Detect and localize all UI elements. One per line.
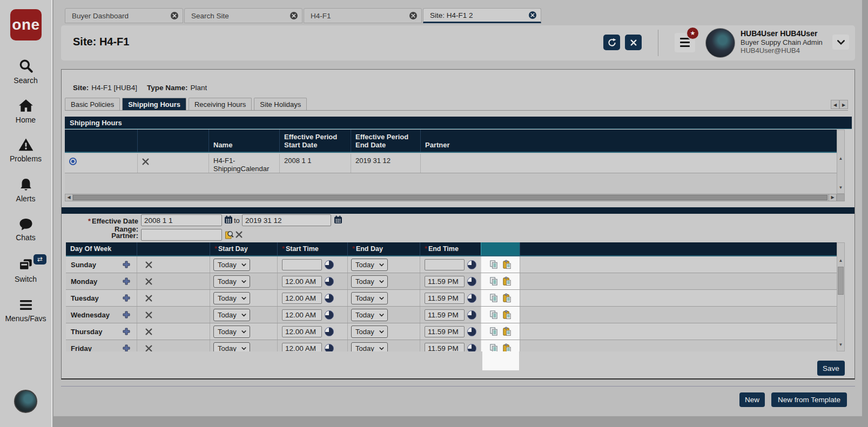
- workspace-tab-search-site[interactable]: Search Site: [184, 8, 302, 23]
- end-day-select[interactable]: Today: [351, 326, 388, 338]
- paste-row-icon[interactable]: [502, 327, 512, 336]
- favorites-star-badge[interactable]: ★: [686, 26, 699, 40]
- delete-row-icon[interactable]: [145, 328, 152, 335]
- copy-row-icon[interactable]: [489, 276, 499, 286]
- col-header-end-time[interactable]: *End Time: [420, 242, 481, 255]
- tab-close-icon[interactable]: [529, 11, 536, 19]
- user-avatar[interactable]: [705, 28, 735, 58]
- end-day-select[interactable]: Today: [351, 342, 388, 352]
- col-header-start-day[interactable]: *Start Day: [210, 242, 277, 255]
- sidebar-item-search[interactable]: Search: [0, 58, 51, 85]
- col-header-start-time[interactable]: *Start Time: [277, 242, 347, 255]
- end-time-input[interactable]: [425, 326, 465, 337]
- start-time-input[interactable]: [282, 293, 322, 304]
- grid-vertical-scrollbar[interactable]: ▲ ▼: [837, 130, 845, 194]
- paste-row-icon[interactable]: [502, 343, 512, 351]
- scroll-down-icon[interactable]: ▼: [837, 342, 844, 348]
- workspace-tab-h4-f1[interactable]: H4-F1: [304, 8, 422, 23]
- start-day-select[interactable]: Today: [213, 309, 250, 321]
- add-row-icon[interactable]: [123, 328, 130, 335]
- save-button[interactable]: Save: [817, 361, 845, 376]
- end-day-select[interactable]: Today: [351, 309, 388, 321]
- scroll-up-icon[interactable]: ▲: [837, 156, 844, 161]
- day-table-vertical-scrollbar[interactable]: ▲ ▼: [837, 242, 845, 351]
- workspace-tab-buyer-dashboard[interactable]: Buyer Dashboard: [65, 8, 183, 23]
- detail-tab-shipping-hours[interactable]: Shipping Hours: [122, 98, 186, 110]
- scroll-up-icon[interactable]: ▲: [837, 258, 844, 263]
- clock-icon[interactable]: [325, 327, 334, 336]
- col-header-effective-end[interactable]: Effective Period End Date: [351, 130, 420, 152]
- col-header-effective-start[interactable]: Effective Period Start Date: [279, 130, 351, 152]
- tab-close-icon[interactable]: [171, 12, 178, 19]
- delete-row-icon[interactable]: [145, 311, 152, 318]
- add-row-icon[interactable]: [123, 277, 130, 285]
- clock-icon[interactable]: [325, 260, 334, 269]
- vertical-scroll-thumb[interactable]: [838, 267, 844, 295]
- row-radio-selected[interactable]: [69, 158, 77, 165]
- col-header-partner[interactable]: Partner: [420, 130, 837, 152]
- add-row-icon[interactable]: [123, 344, 130, 351]
- scroll-left-icon[interactable]: ◀: [65, 194, 73, 201]
- horizontal-scroll-thumb[interactable]: [73, 195, 827, 200]
- clock-icon[interactable]: [467, 294, 476, 303]
- col-header-copy-paste-highlighted[interactable]: [481, 242, 520, 255]
- effective-start-input[interactable]: [141, 214, 222, 226]
- new-button[interactable]: New: [739, 392, 765, 407]
- new-from-template-button[interactable]: New from Template: [771, 392, 847, 407]
- clock-icon[interactable]: [325, 310, 334, 320]
- end-time-input[interactable]: [425, 293, 465, 304]
- sidebar-item-menus-favs[interactable]: Menus/Favs: [0, 297, 51, 323]
- shipping-calendar-row[interactable]: H4-F1-ShippingCalendar 2008 1 1 2019 31 …: [65, 154, 837, 173]
- paste-row-icon[interactable]: [502, 260, 512, 269]
- detail-tab-site-holidays[interactable]: Site Holidays: [254, 98, 307, 110]
- copy-row-icon[interactable]: [489, 310, 499, 320]
- sidebar-item-home[interactable]: Home: [0, 98, 51, 124]
- end-day-select[interactable]: Today: [351, 259, 388, 271]
- sidebar-item-problems[interactable]: Problems: [0, 137, 51, 163]
- one-logo[interactable]: one: [10, 9, 42, 40]
- start-time-input[interactable]: [282, 259, 322, 270]
- partner-lookup-icon[interactable]: [224, 230, 234, 239]
- tab-close-icon[interactable]: [290, 12, 298, 19]
- clock-icon[interactable]: [325, 294, 334, 303]
- assistant-avatar[interactable]: [14, 390, 37, 413]
- start-day-select[interactable]: Today: [213, 292, 250, 304]
- end-time-input[interactable]: [425, 259, 465, 270]
- tab-scroll-right-button[interactable]: ▶: [839, 100, 848, 109]
- paste-row-icon[interactable]: [502, 310, 512, 320]
- tab-scroll-left-button[interactable]: ◀: [831, 100, 839, 109]
- start-day-select[interactable]: Today: [213, 326, 250, 338]
- col-header-name[interactable]: Name: [208, 130, 279, 152]
- paste-row-icon[interactable]: [502, 276, 512, 286]
- copy-row-icon[interactable]: [489, 343, 499, 351]
- clock-icon[interactable]: [467, 344, 476, 352]
- start-day-select[interactable]: Today: [213, 342, 250, 352]
- user-menu-chevron-button[interactable]: [832, 35, 849, 50]
- delete-row-icon[interactable]: [145, 261, 152, 268]
- grid-horizontal-scrollbar[interactable]: ◀ ▶: [65, 194, 837, 201]
- scroll-down-icon[interactable]: ▼: [837, 185, 844, 191]
- start-day-select[interactable]: Today: [213, 259, 250, 271]
- col-header-day-of-week[interactable]: Day Of Week: [66, 242, 137, 255]
- clock-icon[interactable]: [325, 344, 334, 352]
- calendar-picker-icon[interactable]: [224, 215, 233, 224]
- sidebar-item-alerts[interactable]: Alerts: [0, 177, 51, 203]
- start-time-input[interactable]: [282, 309, 322, 321]
- calendar-picker-icon[interactable]: [334, 215, 342, 224]
- add-row-icon[interactable]: [123, 261, 130, 268]
- clock-icon[interactable]: [467, 260, 476, 269]
- tab-close-icon[interactable]: [409, 12, 417, 19]
- user-info[interactable]: HUB4User HUB4User Buyer Suppy Chain Admi…: [741, 30, 823, 55]
- refresh-button[interactable]: [603, 35, 620, 50]
- switch-badge[interactable]: ⇄: [33, 254, 46, 265]
- start-time-input[interactable]: [282, 276, 322, 287]
- partner-input[interactable]: [141, 229, 222, 241]
- clock-icon[interactable]: [467, 277, 476, 286]
- clock-icon[interactable]: [467, 310, 476, 320]
- end-day-select[interactable]: Today: [351, 275, 388, 288]
- col-header-end-day[interactable]: *End Day: [347, 242, 420, 255]
- start-day-select[interactable]: Today: [213, 275, 250, 288]
- end-day-select[interactable]: Today: [351, 292, 388, 304]
- detail-tab-receiving-hours[interactable]: Receiving Hours: [189, 98, 252, 110]
- paste-row-icon[interactable]: [502, 293, 512, 303]
